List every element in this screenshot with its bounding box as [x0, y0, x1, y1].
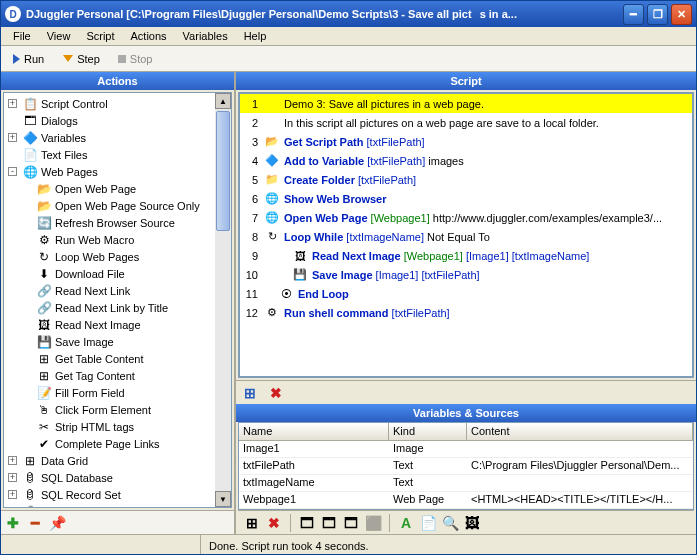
scroll-up-arrow[interactable]: ▲ — [215, 93, 231, 109]
col-kind[interactable]: Kind — [389, 423, 467, 440]
tree-item[interactable]: ✂Strip HTML tags — [4, 418, 231, 435]
script-text: Add to Variable [txtFilePath] images — [284, 155, 464, 167]
tree-item[interactable]: -🌐Web Pages — [4, 163, 231, 180]
cell-content: C:\Program Files\Djuggler Personal\Dem..… — [467, 458, 693, 474]
tree-item[interactable]: 🔗Read Next Link by Title — [4, 299, 231, 316]
tree-item[interactable]: 📂Open Web Page — [4, 180, 231, 197]
col-name[interactable]: Name — [239, 423, 389, 440]
script-line[interactable]: 10💾Save Image [Image1] [txtFilePath] — [240, 265, 692, 284]
maximize-button[interactable]: ❐ — [647, 4, 668, 25]
tree-scrollbar[interactable]: ▲ ▼ — [215, 93, 231, 507]
step-button[interactable]: Step — [56, 51, 106, 67]
variable-row[interactable]: Image1Image — [239, 441, 693, 458]
scroll-down-arrow[interactable]: ▼ — [215, 491, 231, 507]
script-line[interactable]: 1Demo 3: Save all pictures in a web page… — [240, 94, 692, 113]
variable-row[interactable]: Webpage1Web Page<HTML><HEAD><TITLE></TIT… — [239, 492, 693, 509]
script-line[interactable]: 8↻Loop While [txtImageName] Not Equal To — [240, 227, 692, 246]
tree-item[interactable]: +🛢SQL Database — [4, 469, 231, 486]
tree-node-icon: 📂 — [36, 198, 52, 214]
tree-item[interactable]: +📋Script Control — [4, 95, 231, 112]
tree-item[interactable]: +🔷Variables — [4, 129, 231, 146]
tree-item[interactable]: ✔Complete Page Links — [4, 435, 231, 452]
run-button[interactable]: Run — [7, 51, 50, 67]
tree-node-icon: 🌐 — [22, 164, 38, 180]
script-line-icon: 🔷 — [264, 153, 280, 169]
vars-delete-icon[interactable]: ✖ — [266, 515, 282, 531]
expand-icon[interactable]: + — [8, 473, 17, 482]
script-line[interactable]: 11⦿End Loop — [240, 284, 692, 303]
minimize-button[interactable]: ━ — [623, 4, 644, 25]
tree-item[interactable]: ⊞Get Tag Content — [4, 367, 231, 384]
expand-icon[interactable]: - — [8, 167, 17, 176]
menu-actions[interactable]: Actions — [123, 28, 175, 44]
tree-item[interactable]: 🗔Dialogs — [4, 112, 231, 129]
tree-item[interactable]: ↻Loop Web Pages — [4, 248, 231, 265]
tree-item[interactable]: 🖱Click Form Element — [4, 401, 231, 418]
expand-icon[interactable]: + — [8, 99, 17, 108]
remove-icon[interactable]: ━ — [27, 515, 43, 531]
script-editor[interactable]: 1Demo 3: Save all pictures in a web page… — [238, 92, 694, 378]
menu-file[interactable]: File — [5, 28, 39, 44]
tree-node-icon: 🛢 — [22, 487, 38, 503]
menu-variables[interactable]: Variables — [175, 28, 236, 44]
tree-label: Web Pages — [41, 166, 98, 178]
variable-row[interactable]: txtFilePathTextC:\Program Files\Djuggler… — [239, 458, 693, 475]
tree-item[interactable]: 🔗Read Next Link — [4, 282, 231, 299]
variable-row[interactable]: txtImageNameText — [239, 475, 693, 492]
vars-search-icon[interactable]: 🔍 — [442, 515, 458, 531]
scroll-thumb[interactable] — [216, 111, 230, 231]
delete-icon[interactable]: ✖ — [268, 385, 284, 401]
tree-item[interactable]: 📝Fill Form Field — [4, 384, 231, 401]
script-line[interactable]: 12⚙Run shell command [txtFilePath] — [240, 303, 692, 322]
menu-help[interactable]: Help — [236, 28, 275, 44]
vars-add3-icon[interactable]: 🗔 — [343, 515, 359, 531]
tree-node-icon: ⊞ — [36, 368, 52, 384]
script-line[interactable]: 4🔷Add to Variable [txtFilePath] images — [240, 151, 692, 170]
vars-font-icon[interactable]: A — [398, 515, 414, 531]
script-line[interactable]: 3📂Get Script Path [txtFilePath] — [240, 132, 692, 151]
vars-add1-icon[interactable]: 🗔 — [299, 515, 315, 531]
variables-grid[interactable]: Name Kind Content Image1ImagetxtFilePath… — [238, 422, 694, 510]
tree-label: Data Grid — [41, 455, 88, 467]
tree-node-icon: ↻ — [36, 249, 52, 265]
tree-item[interactable]: 📂Open Web Page Source Only — [4, 197, 231, 214]
tree-item[interactable]: +🧰Source Text Manipulation — [4, 503, 231, 508]
stop-button[interactable]: Stop — [112, 51, 159, 67]
script-line[interactable]: 6🌐Show Web Browser — [240, 189, 692, 208]
col-content[interactable]: Content — [467, 423, 693, 440]
line-number: 8 — [240, 231, 264, 243]
menu-script[interactable]: Script — [78, 28, 122, 44]
expand-icon[interactable]: + — [8, 456, 17, 465]
tree-item[interactable]: ⊞Get Table Content — [4, 350, 231, 367]
tree-item[interactable]: 📄Text Files — [4, 146, 231, 163]
script-line[interactable]: 2In this script all pictures on a web pa… — [240, 113, 692, 132]
vars-doc-icon[interactable]: 📄 — [420, 515, 436, 531]
script-text: Create Folder [txtFilePath] — [284, 174, 416, 186]
grid-icon[interactable]: ⊞ — [242, 385, 258, 401]
script-line[interactable]: 7🌐Open Web Page [Webpage1] http://www.dj… — [240, 208, 692, 227]
script-text: Run shell command [txtFilePath] — [284, 307, 450, 319]
tree-item[interactable]: ⚙Run Web Macro — [4, 231, 231, 248]
tree-item[interactable]: +⊞Data Grid — [4, 452, 231, 469]
tree-item[interactable]: 🔄Refresh Browser Source — [4, 214, 231, 231]
actions-tree[interactable]: +📋Script Control🗔Dialogs+🔷Variables📄Text… — [3, 92, 232, 508]
expand-icon — [8, 116, 17, 125]
script-line[interactable]: 5📁Create Folder [txtFilePath] — [240, 170, 692, 189]
vars-add2-icon[interactable]: 🗔 — [321, 515, 337, 531]
tree-item[interactable]: 💾Save Image — [4, 333, 231, 350]
menu-view[interactable]: View — [39, 28, 79, 44]
script-line[interactable]: 9🖼Read Next Image [Webpage1] [Image1] [t… — [240, 246, 692, 265]
expand-icon[interactable]: + — [8, 490, 17, 499]
expand-icon[interactable]: + — [8, 133, 17, 142]
vars-image-icon[interactable]: 🖼 — [464, 515, 480, 531]
expand-icon[interactable]: + — [8, 507, 17, 508]
tree-item[interactable]: 🖼Read Next Image — [4, 316, 231, 333]
close-button[interactable]: ✕ — [671, 4, 692, 25]
add-icon[interactable]: ✚ — [5, 515, 21, 531]
tree-item[interactable]: +🛢SQL Record Set — [4, 486, 231, 503]
pin-icon[interactable]: 📌 — [49, 515, 65, 531]
vars-grid-icon[interactable]: ⊞ — [244, 515, 260, 531]
tree-node-icon: 📄 — [22, 147, 38, 163]
tree-item[interactable]: ⬇Download File — [4, 265, 231, 282]
script-text: Read Next Image [Webpage1] [Image1] [txt… — [312, 250, 589, 262]
